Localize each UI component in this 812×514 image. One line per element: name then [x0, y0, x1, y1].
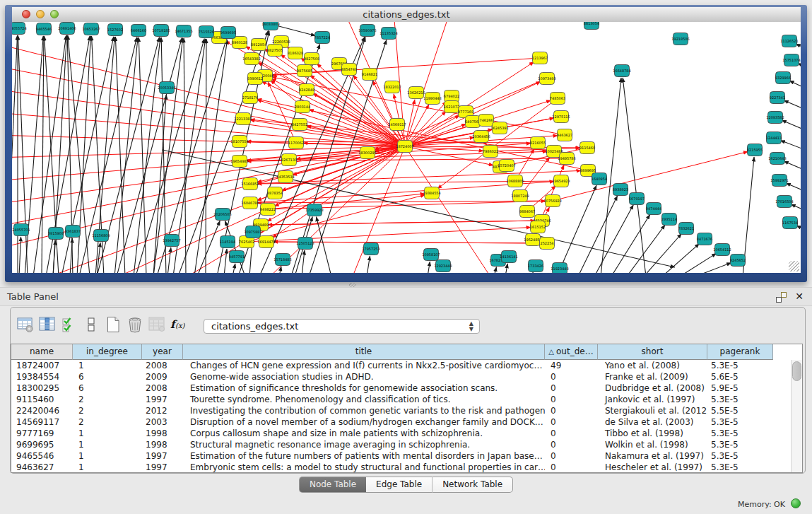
select-columns-button[interactable]	[38, 315, 57, 334]
graph-edge[interactable]	[494, 267, 496, 273]
table-row[interactable]: 1872400712008Changes of HCN gene express…	[11, 360, 802, 371]
table-cell[interactable]: 2	[73, 416, 142, 428]
graph-edge[interactable]	[224, 249, 227, 273]
table-cell[interactable]: Wolkin et al. (1998)	[598, 439, 707, 450]
table-cell[interactable]: 1	[73, 462, 142, 473]
rows-button[interactable]	[82, 315, 100, 334]
scrollbar-thumb[interactable]	[792, 361, 801, 381]
graph-edge[interactable]	[405, 146, 493, 273]
table-cell[interactable]: 1	[73, 428, 142, 439]
table-cell[interactable]: 0	[545, 450, 598, 462]
table-cell[interactable]: 0	[545, 382, 598, 394]
table-cell[interactable]: Corpus callosum shape and size in male p…	[183, 428, 545, 439]
graph-edge[interactable]	[578, 196, 618, 273]
table-cell[interactable]: 5.3E-5	[707, 450, 773, 462]
graph-edge[interactable]	[115, 37, 125, 273]
graph-edge[interactable]	[316, 217, 331, 273]
graph-edge[interactable]	[695, 263, 731, 273]
table-cell[interactable]: 5.3E-5	[707, 394, 773, 405]
graph-edge[interactable]	[789, 81, 801, 90]
table-cell[interactable]: 2003	[142, 416, 183, 428]
table-cell[interactable]: Hescheler et al. (1997)	[598, 462, 707, 473]
table-cell[interactable]: 2009	[142, 371, 183, 382]
column-header-pagerank[interactable]: pagerank	[707, 344, 773, 360]
table-cell[interactable]: 6	[73, 382, 142, 394]
table-cell[interactable]: 9777169	[11, 428, 73, 439]
table-cell[interactable]: 0	[545, 439, 598, 450]
table-cell[interactable]: 2012	[142, 405, 183, 416]
resize-grip-icon[interactable]	[789, 261, 799, 271]
table-cell[interactable]: Structural magnetic resonance image aver…	[183, 439, 545, 450]
graph-edge[interactable]	[627, 225, 665, 273]
tab-node-table[interactable]: Node Table	[299, 477, 366, 493]
graph-edge[interactable]	[114, 37, 138, 273]
table-cell[interactable]: 5.3E-5	[707, 462, 773, 473]
column-header-year[interactable]: year	[142, 344, 183, 360]
graph-edge[interactable]	[594, 205, 633, 273]
table-cell[interactable]: Changes of HCN gene expression and I(f) …	[183, 360, 545, 371]
tab-edge-table[interactable]: Edge Table	[366, 477, 432, 493]
graph-edge[interactable]	[53, 240, 55, 273]
graph-edge[interactable]	[405, 115, 459, 146]
table-cell[interactable]: 2008	[142, 382, 183, 394]
table-cell[interactable]: 1	[73, 360, 142, 371]
vertical-scrollbar[interactable]	[791, 360, 802, 472]
graph-edge[interactable]	[623, 78, 646, 273]
table-cell[interactable]: 49	[545, 360, 598, 371]
table-cell[interactable]: 5.3E-5	[707, 439, 773, 450]
table-cell[interactable]: 9699695	[11, 439, 73, 450]
table-row[interactable]: 969969511998Structural magnetic resonanc…	[11, 439, 802, 450]
table-cell[interactable]: Disruption of a novel member of a sodium…	[183, 416, 545, 428]
window-titlebar[interactable]: citations_edges.txt	[12, 7, 801, 23]
graph-edge[interactable]	[780, 141, 801, 149]
graph-edge[interactable]	[167, 247, 171, 273]
table-cell[interactable]: 9465546	[11, 450, 73, 462]
table-cell[interactable]: Tibbo et al. (1998)	[598, 428, 707, 439]
graph-edge[interactable]	[302, 250, 305, 273]
tab-network-table[interactable]: Network Table	[432, 477, 513, 493]
float-panel-icon[interactable]	[776, 292, 787, 303]
graph-edge[interactable]	[197, 221, 220, 273]
column-header-name[interactable]: name	[11, 344, 73, 360]
table-cell[interactable]: de Silva et al. (2003)	[598, 416, 707, 428]
table-cell[interactable]: Tourette syndrome. Phenomenology and cla…	[183, 394, 545, 405]
table-cell[interactable]: 14569117	[11, 416, 73, 428]
table-cell[interactable]: 2	[73, 405, 142, 416]
column-header-short[interactable]: short	[598, 344, 707, 360]
table-cell[interactable]: 5.3E-5	[707, 428, 773, 439]
table-cell[interactable]: 5.3E-5	[707, 416, 773, 428]
table-cell[interactable]: Stergiakouli et al. (2012)	[598, 405, 707, 416]
table-cell[interactable]: 18300295	[11, 382, 73, 394]
graph-edge[interactable]	[786, 183, 801, 193]
graph-edge[interactable]	[784, 100, 801, 110]
graph-edge[interactable]	[531, 272, 533, 273]
delete-rows-button[interactable]	[126, 315, 144, 334]
table-cell[interactable]: 0	[545, 428, 598, 439]
table-row[interactable]: 911546021997Tourette syndrome. Phenomeno…	[11, 394, 802, 405]
graph-edge[interactable]	[662, 244, 700, 273]
column-header-title[interactable]: title	[183, 344, 545, 360]
table-cell[interactable]: 1998	[142, 439, 183, 450]
graph-edge[interactable]	[139, 37, 146, 273]
graph-edge[interactable]	[644, 233, 681, 273]
graph-edge[interactable]	[782, 120, 801, 130]
table-cell[interactable]: Nakamura et al. (1997)	[598, 450, 707, 462]
table-row[interactable]: 946362711997Embryonic stem cells: a mode…	[11, 462, 802, 473]
graph-edge[interactable]	[25, 36, 43, 273]
table-cell[interactable]: Investigating the contribution of common…	[183, 405, 545, 416]
table-cell[interactable]: 18724007	[11, 360, 73, 371]
graph-edge[interactable]	[12, 35, 18, 273]
column-header-in_degree[interactable]: in_degree	[73, 344, 142, 360]
graph-edge[interactable]	[791, 204, 801, 214]
table-cell[interactable]: 6	[73, 371, 142, 382]
function-builder-button[interactable]: f(x)	[170, 315, 185, 334]
new-table-button[interactable]	[104, 315, 122, 334]
column-header-out_de[interactable]: △out_de…	[545, 344, 598, 360]
table-cell[interactable]: 1997	[142, 462, 183, 473]
close-panel-icon[interactable]: ✕	[795, 291, 804, 302]
table-cell[interactable]: 0	[545, 394, 598, 405]
graph-edge[interactable]	[268, 82, 296, 143]
table-cell[interactable]: Estimation of significance thresholds fo…	[183, 382, 545, 394]
table-row[interactable]: 1938455462009Genome-wide association stu…	[11, 371, 802, 382]
table-row[interactable]: 1830029562008Estimation of significance …	[11, 382, 802, 394]
